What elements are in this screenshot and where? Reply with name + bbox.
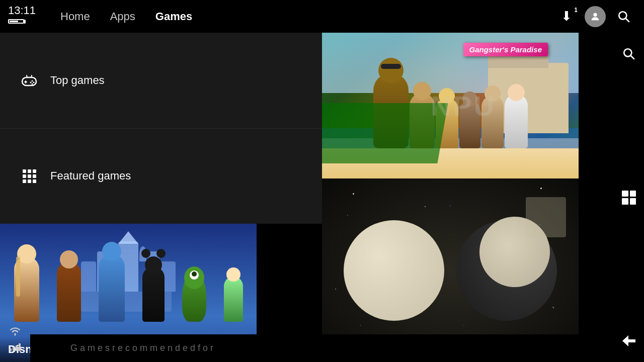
- wifi-icon: [8, 326, 22, 338]
- battery-fill: [10, 21, 18, 22]
- svg-rect-5: [24, 81, 27, 82]
- nav-icons: ⬇ 1: [554, 0, 636, 33]
- top-games-item[interactable]: Top games: [0, 33, 322, 129]
- signal-icon: [10, 342, 21, 351]
- windows-button[interactable]: [618, 187, 640, 209]
- main-content: Top games Featured games: [0, 33, 614, 362]
- status-bar: 13:11: [0, 0, 60, 28]
- clock: 13:11: [8, 4, 52, 17]
- download-icon: ⬇: [561, 9, 572, 24]
- grid-icon: [20, 169, 38, 183]
- sidebar-search-icon: [622, 47, 635, 60]
- grid-dots: [23, 169, 36, 183]
- bottom-hint: G a m e s r e c o m m e n d e d f o r: [30, 334, 614, 362]
- svg-point-9: [32, 83, 33, 84]
- crime-coast-bg: Gangster's Paradise: [322, 33, 579, 178]
- right-sidebar: [614, 33, 644, 362]
- top-nav: Home Apps Games ⬇ 1: [0, 0, 644, 33]
- svg-marker-12: [622, 335, 635, 346]
- search-button[interactable]: [612, 5, 636, 29]
- user-icon: [590, 11, 601, 22]
- download-count: 1: [574, 7, 578, 14]
- twin-left-circle: [344, 220, 444, 321]
- windows-logo-icon: [622, 191, 636, 205]
- back-arrow-icon: [622, 335, 635, 346]
- top-games-label: Top games: [50, 74, 105, 87]
- featured-games-item[interactable]: Featured games: [0, 129, 322, 224]
- gangsters-paradise-sign: Gangster's Paradise: [463, 43, 548, 56]
- search-icon: [617, 10, 630, 23]
- nav-games[interactable]: Games: [155, 6, 192, 27]
- bottom-hint-text: G a m e s r e c o m m e n d e d f o r: [70, 343, 213, 353]
- svg-point-7: [33, 81, 35, 83]
- nav-home[interactable]: Home: [60, 6, 90, 27]
- crime-coast-tile[interactable]: Gangster's Paradise: [322, 33, 579, 178]
- back-button[interactable]: [618, 330, 640, 352]
- svg-point-0: [593, 13, 597, 16]
- svg-line-2: [626, 18, 629, 22]
- battery-icon: [8, 19, 24, 24]
- featured-games-label: Featured games: [50, 169, 131, 183]
- svg-point-6: [32, 80, 33, 81]
- sidebar-search-button[interactable]: [618, 43, 640, 65]
- npu-watermark: NPU: [431, 89, 496, 122]
- svg-point-8: [30, 81, 32, 83]
- svg-rect-3: [22, 77, 36, 85]
- svg-line-11: [631, 56, 634, 59]
- left-menu: Top games Featured games: [0, 33, 322, 224]
- nav-apps[interactable]: Apps: [110, 6, 135, 27]
- svg-point-1: [619, 12, 626, 19]
- download-button[interactable]: ⬇ 1: [554, 5, 579, 29]
- account-button[interactable]: [585, 6, 606, 27]
- svg-point-10: [624, 49, 631, 56]
- controller-icon: [20, 73, 38, 87]
